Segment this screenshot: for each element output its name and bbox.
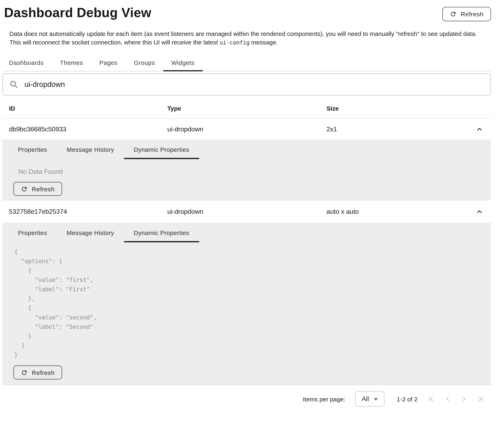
tab-pages[interactable]: Pages [91, 54, 126, 71]
table-header: ID Type Size [2, 95, 491, 118]
tab-groups[interactable]: Groups [126, 54, 163, 71]
tab-themes[interactable]: Themes [52, 54, 91, 71]
tab-properties[interactable]: Properties [8, 140, 57, 159]
detail-panel-1: Properties Message History Dynamic Prope… [2, 140, 491, 200]
page-range-label: 1-2 of 2 [397, 396, 418, 403]
next-page-button[interactable] [456, 391, 472, 407]
last-page-icon [476, 394, 485, 403]
main-tab-bar: Dashboards Themes Pages Groups Widgets [2, 54, 491, 71]
widget-size: auto x auto [326, 208, 471, 215]
page-header: Dashboard Debug View Refresh [2, 0, 491, 21]
items-per-page-label: Items per page: [303, 396, 345, 403]
chevron-up-icon [475, 208, 484, 216]
refresh-button-label: Refresh [32, 185, 55, 192]
widget-size: 2x1 [326, 125, 471, 133]
refresh-button-label: Refresh [461, 11, 484, 18]
description: Data does not automatically update for e… [9, 29, 491, 47]
widget-id: db9bc36685c50933 [9, 125, 167, 133]
chevron-right-icon [460, 394, 468, 403]
description-line1: Data does not automatically update for e… [9, 29, 491, 38]
detail-panel-2: Properties Message History Dynamic Prope… [2, 223, 491, 385]
chevron-left-icon [443, 394, 452, 403]
widget-row-2[interactable]: 532758e17eb25374 ui-dropdown auto x auto [2, 200, 491, 223]
first-page-button[interactable] [423, 391, 439, 407]
column-header-size: Size [326, 102, 471, 112]
detail-tab-bar: Properties Message History Dynamic Prope… [2, 140, 491, 159]
widget-id: 532758e17eb25374 [9, 208, 167, 215]
refresh-button-label: Refresh [32, 369, 55, 376]
tab-dynamic-properties[interactable]: Dynamic Properties [124, 223, 199, 242]
dashboard-debug-view: Dashboard Debug View Refresh Data does n… [0, 0, 504, 421]
column-header-type: Type [167, 102, 326, 112]
tab-dynamic-properties[interactable]: Dynamic Properties [124, 140, 199, 159]
refresh-icon [450, 11, 457, 18]
ui-config-code: ui-config [220, 39, 249, 46]
page-size-select[interactable]: All [355, 391, 384, 407]
description-line2: This will reconnect the socket connectio… [9, 38, 491, 47]
page-title: Dashboard Debug View [4, 5, 151, 20]
paginator: Items per page: All 1-2 of 2 [2, 390, 491, 408]
json-code-block: { "options": [ { "value": "first", "labe… [14, 247, 491, 360]
refresh-icon [21, 369, 28, 376]
refresh-icon [21, 185, 28, 192]
widget-type: ui-dropdown [167, 125, 326, 133]
search-field [2, 73, 491, 95]
search-input[interactable] [24, 80, 484, 89]
collapse-row-button[interactable] [471, 203, 488, 220]
tab-message-history[interactable]: Message History [57, 223, 124, 242]
tab-properties[interactable]: Properties [8, 223, 57, 242]
last-page-button[interactable] [472, 391, 488, 407]
paginator-nav [423, 391, 488, 407]
no-data-text: No Data Found [18, 168, 491, 175]
detail-tab-bar: Properties Message History Dynamic Prope… [2, 223, 491, 242]
caret-down-icon [374, 398, 378, 401]
column-header-id: ID [9, 102, 167, 112]
chevron-up-icon [475, 125, 484, 133]
tab-message-history[interactable]: Message History [57, 140, 124, 159]
collapse-row-button[interactable] [471, 121, 488, 137]
panel-refresh-button[interactable]: Refresh [13, 182, 62, 196]
tab-dashboards[interactable]: Dashboards [2, 54, 52, 71]
page-size-value: All [362, 395, 369, 403]
widget-row-1[interactable]: db9bc36685c50933 ui-dropdown 2x1 [2, 119, 491, 140]
first-page-icon [427, 394, 436, 403]
panel-refresh-button[interactable]: Refresh [13, 366, 62, 379]
search-icon [9, 80, 18, 89]
refresh-button[interactable]: Refresh [442, 7, 491, 21]
tab-widgets[interactable]: Widgets [163, 54, 203, 71]
widget-type: ui-dropdown [167, 208, 326, 215]
previous-page-button[interactable] [439, 391, 456, 407]
